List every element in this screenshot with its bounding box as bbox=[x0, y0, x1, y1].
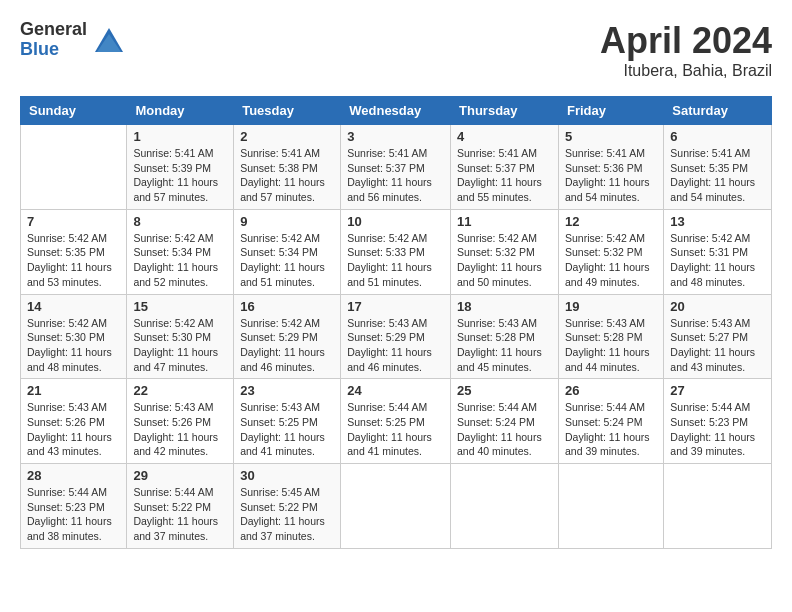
days-header-row: SundayMondayTuesdayWednesdayThursdayFrid… bbox=[21, 97, 772, 125]
calendar-cell: 29Sunrise: 5:44 AM Sunset: 5:22 PM Dayli… bbox=[127, 464, 234, 549]
column-header-thursday: Thursday bbox=[451, 97, 559, 125]
calendar-cell: 7Sunrise: 5:42 AM Sunset: 5:35 PM Daylig… bbox=[21, 209, 127, 294]
calendar-table: SundayMondayTuesdayWednesdayThursdayFrid… bbox=[20, 96, 772, 549]
calendar-cell: 5Sunrise: 5:41 AM Sunset: 5:36 PM Daylig… bbox=[558, 125, 663, 210]
day-number: 16 bbox=[240, 299, 334, 314]
day-number: 12 bbox=[565, 214, 657, 229]
calendar-cell: 2Sunrise: 5:41 AM Sunset: 5:38 PM Daylig… bbox=[234, 125, 341, 210]
month-title: April 2024 bbox=[600, 20, 772, 62]
calendar-cell: 12Sunrise: 5:42 AM Sunset: 5:32 PM Dayli… bbox=[558, 209, 663, 294]
day-info: Sunrise: 5:43 AM Sunset: 5:29 PM Dayligh… bbox=[347, 316, 444, 375]
day-number: 27 bbox=[670, 383, 765, 398]
calendar-cell bbox=[558, 464, 663, 549]
day-info: Sunrise: 5:42 AM Sunset: 5:34 PM Dayligh… bbox=[240, 231, 334, 290]
week-row-4: 21Sunrise: 5:43 AM Sunset: 5:26 PM Dayli… bbox=[21, 379, 772, 464]
day-info: Sunrise: 5:41 AM Sunset: 5:38 PM Dayligh… bbox=[240, 146, 334, 205]
calendar-cell: 18Sunrise: 5:43 AM Sunset: 5:28 PM Dayli… bbox=[451, 294, 559, 379]
day-number: 28 bbox=[27, 468, 120, 483]
logo-blue: Blue bbox=[20, 40, 87, 60]
day-number: 11 bbox=[457, 214, 552, 229]
calendar-cell bbox=[451, 464, 559, 549]
day-info: Sunrise: 5:42 AM Sunset: 5:32 PM Dayligh… bbox=[457, 231, 552, 290]
day-info: Sunrise: 5:44 AM Sunset: 5:24 PM Dayligh… bbox=[457, 400, 552, 459]
calendar-cell: 26Sunrise: 5:44 AM Sunset: 5:24 PM Dayli… bbox=[558, 379, 663, 464]
day-info: Sunrise: 5:44 AM Sunset: 5:24 PM Dayligh… bbox=[565, 400, 657, 459]
day-number: 20 bbox=[670, 299, 765, 314]
calendar-cell: 19Sunrise: 5:43 AM Sunset: 5:28 PM Dayli… bbox=[558, 294, 663, 379]
column-header-wednesday: Wednesday bbox=[341, 97, 451, 125]
day-number: 6 bbox=[670, 129, 765, 144]
day-info: Sunrise: 5:42 AM Sunset: 5:30 PM Dayligh… bbox=[133, 316, 227, 375]
day-info: Sunrise: 5:44 AM Sunset: 5:25 PM Dayligh… bbox=[347, 400, 444, 459]
calendar-cell: 15Sunrise: 5:42 AM Sunset: 5:30 PM Dayli… bbox=[127, 294, 234, 379]
calendar-cell: 20Sunrise: 5:43 AM Sunset: 5:27 PM Dayli… bbox=[664, 294, 772, 379]
column-header-tuesday: Tuesday bbox=[234, 97, 341, 125]
calendar-cell: 3Sunrise: 5:41 AM Sunset: 5:37 PM Daylig… bbox=[341, 125, 451, 210]
calendar-cell: 16Sunrise: 5:42 AM Sunset: 5:29 PM Dayli… bbox=[234, 294, 341, 379]
day-info: Sunrise: 5:42 AM Sunset: 5:34 PM Dayligh… bbox=[133, 231, 227, 290]
week-row-5: 28Sunrise: 5:44 AM Sunset: 5:23 PM Dayli… bbox=[21, 464, 772, 549]
day-number: 29 bbox=[133, 468, 227, 483]
week-row-2: 7Sunrise: 5:42 AM Sunset: 5:35 PM Daylig… bbox=[21, 209, 772, 294]
day-info: Sunrise: 5:45 AM Sunset: 5:22 PM Dayligh… bbox=[240, 485, 334, 544]
day-number: 14 bbox=[27, 299, 120, 314]
day-info: Sunrise: 5:43 AM Sunset: 5:26 PM Dayligh… bbox=[133, 400, 227, 459]
day-info: Sunrise: 5:41 AM Sunset: 5:36 PM Dayligh… bbox=[565, 146, 657, 205]
column-header-friday: Friday bbox=[558, 97, 663, 125]
day-info: Sunrise: 5:44 AM Sunset: 5:22 PM Dayligh… bbox=[133, 485, 227, 544]
location: Itubera, Bahia, Brazil bbox=[600, 62, 772, 80]
day-info: Sunrise: 5:44 AM Sunset: 5:23 PM Dayligh… bbox=[670, 400, 765, 459]
calendar-cell bbox=[341, 464, 451, 549]
day-number: 26 bbox=[565, 383, 657, 398]
day-number: 1 bbox=[133, 129, 227, 144]
day-number: 17 bbox=[347, 299, 444, 314]
day-number: 24 bbox=[347, 383, 444, 398]
day-number: 8 bbox=[133, 214, 227, 229]
day-info: Sunrise: 5:43 AM Sunset: 5:26 PM Dayligh… bbox=[27, 400, 120, 459]
calendar-cell: 10Sunrise: 5:42 AM Sunset: 5:33 PM Dayli… bbox=[341, 209, 451, 294]
day-info: Sunrise: 5:41 AM Sunset: 5:37 PM Dayligh… bbox=[347, 146, 444, 205]
day-info: Sunrise: 5:41 AM Sunset: 5:37 PM Dayligh… bbox=[457, 146, 552, 205]
day-number: 21 bbox=[27, 383, 120, 398]
day-number: 9 bbox=[240, 214, 334, 229]
calendar-cell: 9Sunrise: 5:42 AM Sunset: 5:34 PM Daylig… bbox=[234, 209, 341, 294]
day-number: 30 bbox=[240, 468, 334, 483]
day-number: 13 bbox=[670, 214, 765, 229]
day-info: Sunrise: 5:43 AM Sunset: 5:27 PM Dayligh… bbox=[670, 316, 765, 375]
logo-icon bbox=[93, 26, 125, 54]
day-number: 2 bbox=[240, 129, 334, 144]
day-info: Sunrise: 5:41 AM Sunset: 5:35 PM Dayligh… bbox=[670, 146, 765, 205]
calendar-cell: 25Sunrise: 5:44 AM Sunset: 5:24 PM Dayli… bbox=[451, 379, 559, 464]
day-number: 15 bbox=[133, 299, 227, 314]
day-number: 23 bbox=[240, 383, 334, 398]
calendar-cell: 23Sunrise: 5:43 AM Sunset: 5:25 PM Dayli… bbox=[234, 379, 341, 464]
week-row-1: 1Sunrise: 5:41 AM Sunset: 5:39 PM Daylig… bbox=[21, 125, 772, 210]
logo: General Blue bbox=[20, 20, 125, 60]
calendar-cell: 4Sunrise: 5:41 AM Sunset: 5:37 PM Daylig… bbox=[451, 125, 559, 210]
day-info: Sunrise: 5:42 AM Sunset: 5:31 PM Dayligh… bbox=[670, 231, 765, 290]
calendar-cell: 30Sunrise: 5:45 AM Sunset: 5:22 PM Dayli… bbox=[234, 464, 341, 549]
calendar-cell: 27Sunrise: 5:44 AM Sunset: 5:23 PM Dayli… bbox=[664, 379, 772, 464]
column-header-monday: Monday bbox=[127, 97, 234, 125]
day-number: 22 bbox=[133, 383, 227, 398]
day-number: 25 bbox=[457, 383, 552, 398]
week-row-3: 14Sunrise: 5:42 AM Sunset: 5:30 PM Dayli… bbox=[21, 294, 772, 379]
calendar-cell: 21Sunrise: 5:43 AM Sunset: 5:26 PM Dayli… bbox=[21, 379, 127, 464]
day-info: Sunrise: 5:43 AM Sunset: 5:28 PM Dayligh… bbox=[457, 316, 552, 375]
day-info: Sunrise: 5:41 AM Sunset: 5:39 PM Dayligh… bbox=[133, 146, 227, 205]
day-info: Sunrise: 5:43 AM Sunset: 5:28 PM Dayligh… bbox=[565, 316, 657, 375]
column-header-sunday: Sunday bbox=[21, 97, 127, 125]
calendar-cell: 28Sunrise: 5:44 AM Sunset: 5:23 PM Dayli… bbox=[21, 464, 127, 549]
day-info: Sunrise: 5:43 AM Sunset: 5:25 PM Dayligh… bbox=[240, 400, 334, 459]
calendar-cell: 6Sunrise: 5:41 AM Sunset: 5:35 PM Daylig… bbox=[664, 125, 772, 210]
day-info: Sunrise: 5:42 AM Sunset: 5:35 PM Dayligh… bbox=[27, 231, 120, 290]
day-number: 3 bbox=[347, 129, 444, 144]
calendar-cell: 8Sunrise: 5:42 AM Sunset: 5:34 PM Daylig… bbox=[127, 209, 234, 294]
calendar-cell: 11Sunrise: 5:42 AM Sunset: 5:32 PM Dayli… bbox=[451, 209, 559, 294]
day-info: Sunrise: 5:42 AM Sunset: 5:32 PM Dayligh… bbox=[565, 231, 657, 290]
page-header: General Blue April 2024 Itubera, Bahia, … bbox=[20, 20, 772, 80]
calendar-cell: 1Sunrise: 5:41 AM Sunset: 5:39 PM Daylig… bbox=[127, 125, 234, 210]
title-area: April 2024 Itubera, Bahia, Brazil bbox=[600, 20, 772, 80]
day-number: 19 bbox=[565, 299, 657, 314]
day-info: Sunrise: 5:44 AM Sunset: 5:23 PM Dayligh… bbox=[27, 485, 120, 544]
